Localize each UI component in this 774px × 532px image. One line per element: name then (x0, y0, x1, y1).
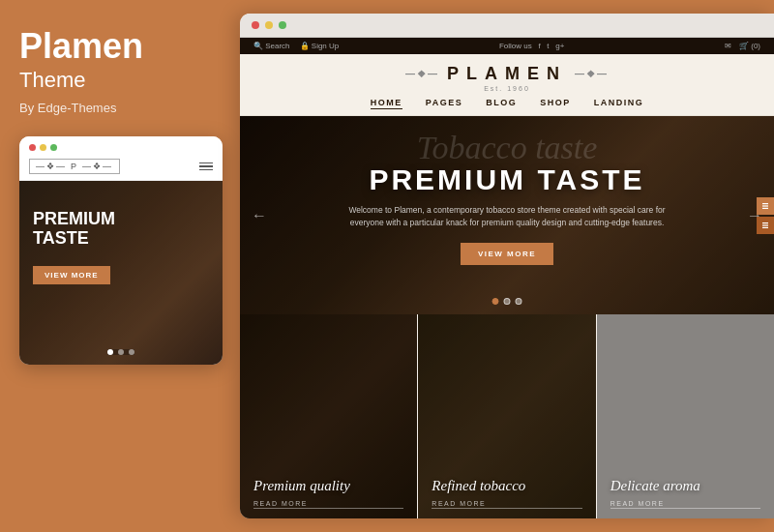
card-link-1[interactable]: READ MORE (253, 500, 403, 509)
float-btn-1[interactable] (757, 197, 774, 215)
topbar-email-icon: ✉ (725, 42, 731, 50)
nav-dot-3[interactable] (129, 349, 134, 355)
mobile-dot-red (29, 144, 36, 151)
menu-line-2 (199, 165, 213, 167)
menu-line-3 (199, 169, 213, 171)
card-link-2[interactable]: READ MORE (432, 500, 581, 509)
float-btn-2[interactable] (757, 217, 774, 234)
mobile-logo: —❖— P —❖— (29, 159, 120, 174)
card-title-3: Delicate aroma (610, 478, 760, 494)
logo-subtitle: Est. 1960 (240, 85, 774, 92)
logo-ornament-right: —❖— (575, 69, 609, 79)
nav-item-shop[interactable]: SHOP (540, 98, 571, 109)
site-hero: Tobacco taste PREMIUM TASTE Welcome to P… (240, 116, 774, 314)
side-float-buttons (757, 197, 774, 234)
theme-author: By Edge-Themes (19, 101, 116, 115)
theme-title: Plamen (19, 29, 143, 64)
mobile-menu-icon[interactable] (199, 163, 213, 171)
hero-body: PREMIUM TASTE Welcome to Plamen, a conte… (240, 116, 774, 314)
mobile-logo-letter: P (71, 162, 78, 171)
topbar-left: 🔍 Search 🔒 Sign Up (253, 42, 339, 50)
mobile-nav: —❖— P —❖— (19, 155, 223, 181)
topbar-right: ✉ 🛒 (0) (725, 42, 760, 50)
card-content-1: Premium quality READ MORE (240, 314, 417, 518)
card-link-3[interactable]: READ MORE (610, 500, 760, 509)
topbar-signup[interactable]: 🔒 Sign Up (300, 42, 340, 50)
hero-cta-button[interactable]: VIEW MORE (461, 243, 553, 265)
svg-rect-4 (762, 224, 768, 225)
mobile-logo-ornament-right: —❖— (82, 162, 113, 171)
menu-line-1 (199, 163, 213, 164)
nav-dot-1[interactable] (107, 349, 113, 355)
svg-rect-5 (762, 226, 768, 227)
svg-rect-0 (762, 203, 768, 204)
nav-item-home[interactable]: HOME (371, 98, 402, 109)
browser-dot-green (279, 21, 286, 29)
topbar-cart[interactable]: 🛒 (0) (739, 42, 760, 50)
nav-item-blog[interactable]: BLOG (486, 98, 517, 109)
svg-rect-1 (762, 205, 768, 206)
site-header: —❖— PLAMEN —❖— Est. 1960 HOME PAGES BLOG… (240, 54, 774, 116)
topbar-follow: Follow us f t g+ (499, 42, 564, 50)
mobile-window-dots (29, 144, 57, 151)
card-title-1: Premium quality (253, 478, 403, 494)
hero-title: PREMIUM TASTE (369, 165, 644, 194)
card-content-3: Delicate aroma READ MORE (597, 314, 774, 518)
mobile-top-bar (19, 136, 223, 155)
logo-text: PLAMEN (447, 64, 567, 84)
card-refined-tobacco: Refined tobacco READ MORE (418, 314, 595, 518)
card-premium-quality: Premium quality READ MORE (240, 314, 417, 518)
card-title-2: Refined tobacco (432, 478, 581, 494)
site-nav: HOME PAGES BLOG SHOP LANDING (240, 98, 774, 109)
mobile-dots-nav (107, 349, 134, 355)
theme-subtitle: Theme (19, 68, 85, 93)
svg-rect-3 (762, 222, 768, 223)
browser-dot-red (252, 21, 259, 29)
hero-description: Welcome to Plamen, a contemporary tobacc… (342, 204, 671, 229)
site-logo: —❖— PLAMEN —❖— (240, 64, 774, 84)
topbar-search[interactable]: 🔍 Search (253, 42, 290, 50)
mobile-hero: PREMIUMTASTE VIEW MORE (19, 181, 223, 365)
browser-chrome (240, 14, 774, 38)
nav-item-pages[interactable]: PAGES (426, 98, 462, 109)
nav-dot-2[interactable] (118, 349, 124, 355)
right-panel: 🔍 Search 🔒 Sign Up Follow us f t g+ ✉ 🛒 … (240, 14, 774, 518)
mobile-dot-green (50, 144, 57, 151)
site-topbar: 🔍 Search 🔒 Sign Up Follow us f t g+ ✉ 🛒 … (240, 38, 774, 54)
mobile-hero-button[interactable]: VIEW MORE (33, 266, 110, 284)
mobile-preview: —❖— P —❖— PREMIUMTASTE VIEW MORE (19, 136, 223, 365)
mobile-dot-yellow (40, 144, 46, 151)
logo-ornament-left: —❖— (405, 69, 439, 79)
left-panel: Plamen Theme By Edge-Themes —❖— P —❖— (0, 0, 240, 532)
browser-dot-yellow (265, 21, 273, 29)
site-cards: Premium quality READ MORE Refined tobacc… (240, 314, 774, 518)
card-content-2: Refined tobacco READ MORE (418, 314, 595, 518)
svg-rect-2 (762, 207, 768, 208)
mobile-hero-content: PREMIUMTASTE VIEW MORE (19, 181, 223, 298)
card-delicate-aroma: Delicate aroma READ MORE (597, 314, 774, 518)
nav-item-landing[interactable]: LANDING (594, 98, 644, 109)
mobile-hero-title: PREMIUMTASTE (33, 210, 209, 249)
mobile-logo-ornament-left: —❖— (36, 162, 67, 171)
website-content: 🔍 Search 🔒 Sign Up Follow us f t g+ ✉ 🛒 … (240, 38, 774, 518)
